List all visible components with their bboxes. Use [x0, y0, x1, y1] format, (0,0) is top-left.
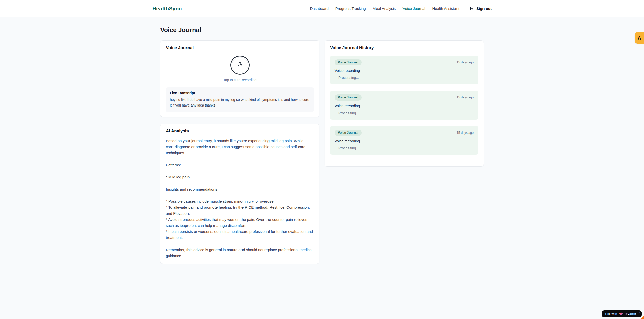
entry-timestamp: 15 days ago: [457, 61, 474, 64]
history-entry[interactable]: Voice Journal 15 days ago Voice recordin…: [330, 56, 478, 84]
entry-type-badge: Voice Journal: [335, 94, 362, 100]
entry-type-badge: Voice Journal: [335, 130, 362, 136]
history-entry[interactable]: Voice Journal 15 days ago Voice recordin…: [330, 126, 478, 155]
voice-journal-page: Voice Journal Voice Journal: [160, 17, 484, 264]
corner-accent-triangle: [641, 316, 644, 319]
live-transcript-text: hey so like I do have a mild pain in my …: [170, 97, 310, 108]
top-navbar: HealthSync Dashboard Progress Tracking M…: [0, 0, 644, 17]
voice-journal-history-card: Voice Journal History Voice Journal 15 d…: [325, 40, 484, 167]
extension-logo-icon: Λ: [638, 35, 641, 41]
nav-item-health-assistant[interactable]: Health Assistant: [432, 6, 459, 11]
nav-item-dashboard[interactable]: Dashboard: [310, 6, 328, 11]
record-button[interactable]: [230, 56, 250, 75]
entry-processing-status: Processing...: [335, 146, 474, 151]
app-logo[interactable]: HealthSync: [152, 6, 182, 12]
edit-with-lovable-badge[interactable]: Edit with lovable ×: [602, 310, 642, 317]
ai-analysis-card: AI Analysis Based on your journal entry,…: [160, 124, 319, 264]
entry-type-badge: Voice Journal: [335, 59, 362, 65]
logout-icon: [470, 6, 474, 11]
ai-analysis-title: AI Analysis: [166, 129, 314, 134]
browser-extension-badge[interactable]: Λ: [635, 32, 644, 44]
nav-item-voice-journal[interactable]: Voice Journal: [402, 6, 425, 11]
entry-description: Voice recording: [335, 139, 474, 143]
microphone-icon: [237, 62, 243, 69]
main-nav: Dashboard Progress Tracking Meal Analysi…: [310, 6, 492, 11]
tap-to-record-hint: Tap to start recording: [166, 78, 314, 82]
lovable-prefix-label: Edit with: [605, 312, 617, 316]
ai-analysis-body: Based on your journal entry, it sounds l…: [166, 138, 314, 259]
sign-out-button[interactable]: Sign out: [470, 6, 492, 11]
lovable-brand-label: lovable: [625, 312, 636, 316]
page-title: Voice Journal: [160, 26, 484, 34]
voice-recorder-card: Voice Journal Tap to start recordin: [160, 40, 319, 117]
heart-icon: [619, 312, 623, 316]
entry-timestamp: 15 days ago: [457, 96, 474, 99]
nav-item-progress-tracking[interactable]: Progress Tracking: [335, 6, 366, 11]
recorder-card-title: Voice Journal: [166, 45, 314, 50]
nav-item-meal-analysis[interactable]: Meal Analysis: [373, 6, 396, 11]
live-transcript-box: Live Transcript hey so like I do have a …: [166, 87, 314, 112]
live-transcript-title: Live Transcript: [170, 91, 310, 95]
sign-out-label: Sign out: [476, 6, 492, 11]
history-card-title: Voice Journal History: [330, 45, 478, 50]
history-entry[interactable]: Voice Journal 15 days ago Voice recordin…: [330, 91, 478, 119]
entry-description: Voice recording: [335, 69, 474, 73]
entry-description: Voice recording: [335, 104, 474, 108]
close-icon[interactable]: ×: [639, 311, 640, 314]
entry-processing-status: Processing...: [335, 75, 474, 80]
entry-timestamp: 15 days ago: [457, 131, 474, 135]
entry-processing-status: Processing...: [335, 111, 474, 116]
